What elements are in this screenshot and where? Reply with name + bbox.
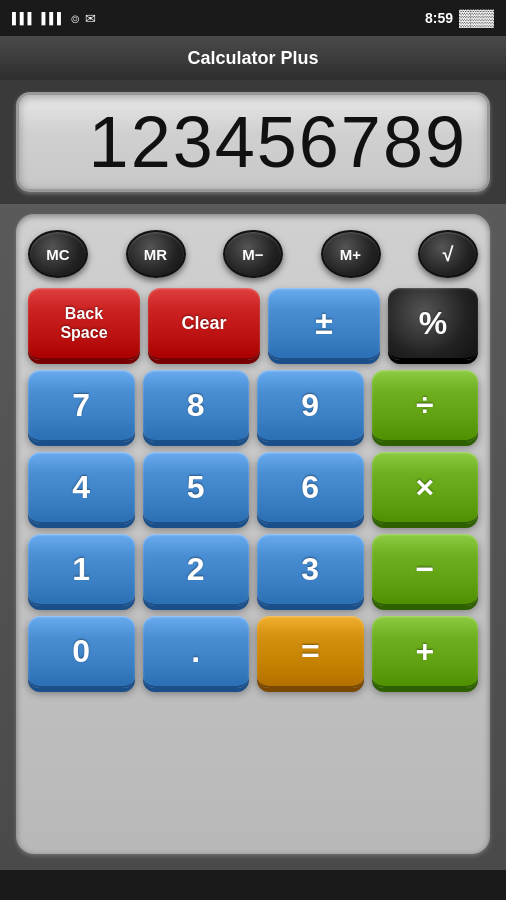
signal-icon-2: ▌▌▌ xyxy=(41,12,64,24)
divide-button[interactable]: ÷ xyxy=(372,370,479,442)
three-label: 3 xyxy=(301,551,319,588)
seven-label: 7 xyxy=(72,387,90,424)
add-label: + xyxy=(415,633,434,670)
bottom-bar xyxy=(0,870,506,900)
mr-button[interactable]: MR xyxy=(126,230,186,278)
battery-icon: ▓▓▓ xyxy=(459,9,494,27)
percent-button[interactable]: % xyxy=(388,288,478,360)
row-123: 1 2 3 − xyxy=(28,534,478,606)
five-button[interactable]: 5 xyxy=(143,452,250,524)
one-button[interactable]: 1 xyxy=(28,534,135,606)
six-button[interactable]: 6 xyxy=(257,452,364,524)
equals-button[interactable]: = xyxy=(257,616,364,688)
nine-button[interactable]: 9 xyxy=(257,370,364,442)
eight-button[interactable]: 8 xyxy=(143,370,250,442)
multiply-button[interactable]: × xyxy=(372,452,479,524)
nine-label: 9 xyxy=(301,387,319,424)
status-left: ▌▌▌ ▌▌▌ ⌾ ✉ xyxy=(12,10,96,26)
row-special: BackSpace Clear ± % xyxy=(28,288,478,360)
plusminus-label: ± xyxy=(315,305,333,342)
divide-label: ÷ xyxy=(416,387,434,424)
seven-button[interactable]: 7 xyxy=(28,370,135,442)
sqrt-button[interactable]: √ xyxy=(418,230,478,278)
dot-button[interactable]: . xyxy=(143,616,250,688)
row-456: 4 5 6 × xyxy=(28,452,478,524)
three-button[interactable]: 3 xyxy=(257,534,364,606)
four-button[interactable]: 4 xyxy=(28,452,135,524)
subtract-button[interactable]: − xyxy=(372,534,479,606)
row-0eq: 0 . = + xyxy=(28,616,478,688)
title-bar: Calculator Plus xyxy=(0,36,506,80)
percent-label: % xyxy=(419,305,447,342)
clear-label: Clear xyxy=(181,313,226,334)
time-display: 8:59 xyxy=(425,10,453,26)
mc-button[interactable]: MC xyxy=(28,230,88,278)
app-title: Calculator Plus xyxy=(187,48,318,69)
display-value: 123456789 xyxy=(89,101,467,183)
status-right: 8:59 ▓▓▓ xyxy=(425,9,494,27)
zero-label: 0 xyxy=(72,633,90,670)
plusminus-button[interactable]: ± xyxy=(268,288,380,360)
two-label: 2 xyxy=(187,551,205,588)
mminus-button[interactable]: M− xyxy=(223,230,283,278)
add-button[interactable]: + xyxy=(372,616,479,688)
calculator-body: MC MR M− M+ √ BackSpace Clear ± % 7 xyxy=(0,204,506,870)
calculator-inner: MC MR M− M+ √ BackSpace Clear ± % 7 xyxy=(16,214,490,854)
display-area: 123456789 xyxy=(0,80,506,204)
two-button[interactable]: 2 xyxy=(143,534,250,606)
multiply-label: × xyxy=(415,469,434,506)
row-789: 7 8 9 ÷ xyxy=(28,370,478,442)
status-bar: ▌▌▌ ▌▌▌ ⌾ ✉ 8:59 ▓▓▓ xyxy=(0,0,506,36)
four-label: 4 xyxy=(72,469,90,506)
clear-button[interactable]: Clear xyxy=(148,288,260,360)
backspace-button[interactable]: BackSpace xyxy=(28,288,140,360)
message-icon: ✉ xyxy=(85,11,96,26)
mplus-button[interactable]: M+ xyxy=(321,230,381,278)
one-label: 1 xyxy=(72,551,90,588)
subtract-label: − xyxy=(415,551,434,588)
zero-button[interactable]: 0 xyxy=(28,616,135,688)
wifi-icon: ⌾ xyxy=(71,10,79,26)
memory-row: MC MR M− M+ √ xyxy=(28,230,478,278)
dot-label: . xyxy=(191,633,200,670)
backspace-label: BackSpace xyxy=(60,304,107,342)
display-screen: 123456789 xyxy=(16,92,490,192)
eight-label: 8 xyxy=(187,387,205,424)
signal-icon-1: ▌▌▌ xyxy=(12,12,35,24)
six-label: 6 xyxy=(301,469,319,506)
equals-label: = xyxy=(301,633,320,670)
five-label: 5 xyxy=(187,469,205,506)
